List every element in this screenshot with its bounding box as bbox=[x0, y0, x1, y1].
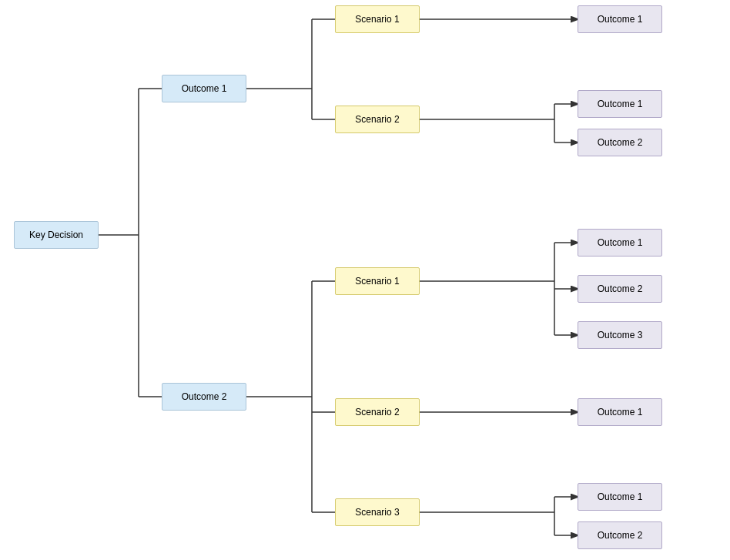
node-r_o1s1_1: Outcome 1 bbox=[578, 5, 662, 33]
node-o1_scenario1: Scenario 1 bbox=[335, 5, 420, 33]
node-r_o2s1_1: Outcome 1 bbox=[578, 229, 662, 257]
node-r_o2s2_1: Outcome 1 bbox=[578, 398, 662, 426]
node-r_o1s2_1: Outcome 1 bbox=[578, 90, 662, 118]
node-outcome1: Outcome 1 bbox=[162, 75, 246, 102]
node-outcome2: Outcome 2 bbox=[162, 383, 246, 411]
node-r_o2s1_2: Outcome 2 bbox=[578, 275, 662, 303]
node-o2_scenario3: Scenario 3 bbox=[335, 498, 420, 526]
node-r_o2s3_2: Outcome 2 bbox=[578, 521, 662, 549]
node-r_o2s1_3: Outcome 3 bbox=[578, 321, 662, 349]
node-r_o2s3_1: Outcome 1 bbox=[578, 483, 662, 511]
node-o1_scenario2: Scenario 2 bbox=[335, 106, 420, 133]
node-o2_scenario1: Scenario 1 bbox=[335, 267, 420, 295]
node-o2_scenario2: Scenario 2 bbox=[335, 398, 420, 426]
decision-tree-diagram: Key DecisionOutcome 1Outcome 2Scenario 1… bbox=[0, 0, 730, 560]
node-decision: Key Decision bbox=[14, 221, 99, 249]
node-r_o1s2_2: Outcome 2 bbox=[578, 129, 662, 156]
